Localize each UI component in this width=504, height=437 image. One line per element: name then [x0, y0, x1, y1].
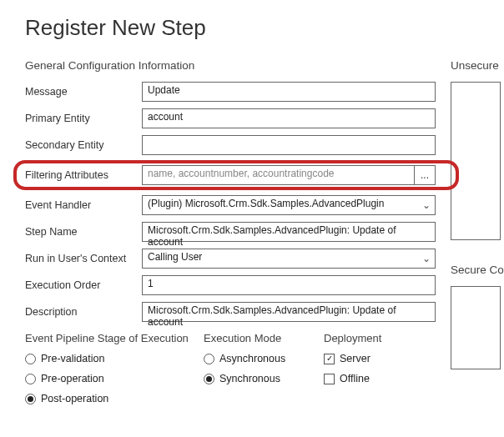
execution-mode-heading: Execution Mode [204, 332, 312, 344]
description-label: Description [25, 306, 142, 318]
secure-config-textarea[interactable] [451, 286, 501, 369]
filtering-attributes-label: Filtering Attributes [25, 169, 142, 181]
radio-asynchronous[interactable]: Asynchronous [204, 353, 312, 364]
description-input[interactable]: Microsoft.Crm.Sdk.Samples.AdvancedPlugin… [142, 302, 436, 322]
radio-label: Pre-validation [41, 353, 104, 364]
secondary-entity-label: Secondary Entity [25, 139, 142, 151]
execution-order-label: Execution Order [25, 279, 142, 291]
unsecure-config-heading: Unsecure [451, 59, 501, 72]
filtering-attributes-input[interactable]: name, accountnumber, accountratingcode [142, 165, 415, 185]
radio-icon [204, 374, 214, 384]
secondary-entity-input[interactable] [142, 135, 436, 155]
radio-icon [25, 394, 36, 404]
pipeline-stage-heading: Event Pipeline Stage of Execution [25, 332, 192, 344]
event-handler-select[interactable]: (Plugin) Microsoft.Crm.Sdk.Samples.Advan… [142, 195, 436, 215]
checkbox-offline[interactable]: Offline [324, 373, 416, 384]
filtering-attributes-browse-button[interactable]: ... [414, 165, 436, 185]
page-title: Register New Step [25, 15, 504, 41]
checkbox-icon [324, 354, 335, 364]
radio-label: Synchronous [219, 373, 280, 384]
radio-pre-operation[interactable]: Pre-operation [25, 373, 192, 384]
execution-order-input[interactable]: 1 [142, 275, 436, 295]
radio-label: Pre-operation [41, 373, 104, 384]
radio-pre-validation[interactable]: Pre-validation [25, 353, 192, 364]
radio-icon [25, 354, 36, 364]
message-label: Message [25, 86, 142, 98]
step-name-input[interactable]: Microsoft.Crm.Sdk.Samples.AdvancedPlugin… [142, 222, 436, 242]
event-handler-label: Event Handler [25, 199, 142, 211]
radio-icon [25, 374, 36, 384]
primary-entity-label: Primary Entity [25, 113, 142, 124]
secure-config-heading: Secure Co [451, 264, 501, 276]
message-input[interactable]: Update [142, 82, 436, 102]
primary-entity-input[interactable]: account [142, 108, 436, 128]
checkbox-server[interactable]: Server [324, 353, 416, 364]
radio-label: Post-operation [41, 393, 108, 404]
radio-label: Asynchronous [219, 353, 285, 364]
radio-post-operation[interactable]: Post-operation [25, 393, 192, 404]
deployment-heading: Deployment [324, 332, 416, 344]
radio-icon [204, 354, 214, 364]
checkbox-label: Server [340, 353, 370, 364]
unsecure-config-textarea[interactable] [451, 82, 501, 240]
checkbox-icon [324, 374, 335, 384]
run-context-label: Run in User's Context [25, 253, 142, 264]
radio-synchronous[interactable]: Synchronous [204, 373, 312, 384]
checkbox-label: Offline [340, 373, 370, 384]
step-name-label: Step Name [25, 226, 142, 238]
general-config-heading: General Configuration Information [25, 59, 436, 72]
run-context-select[interactable]: Calling User [142, 249, 436, 269]
